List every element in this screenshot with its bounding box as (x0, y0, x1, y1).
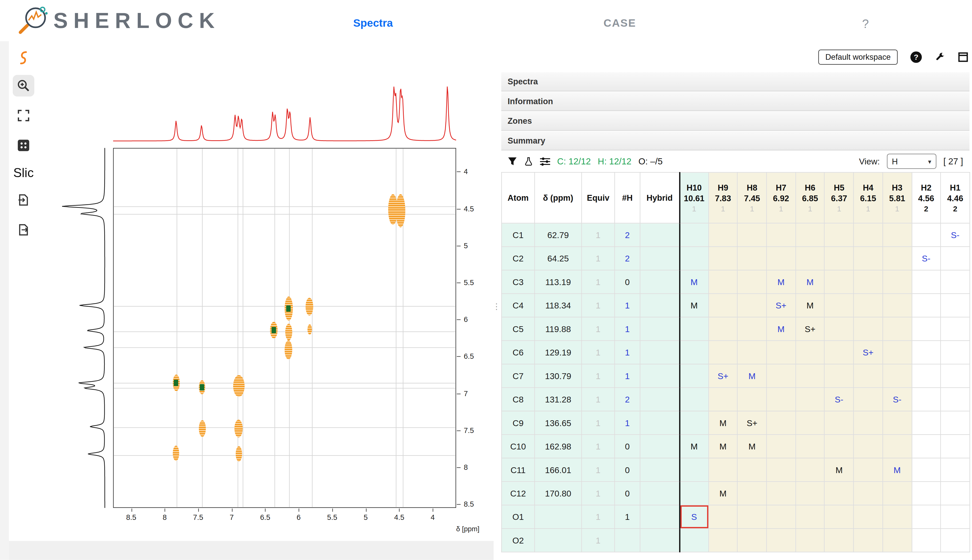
atom-cell[interactable]: C2 (502, 247, 535, 270)
correlation-cell-o2-h2[interactable] (912, 528, 941, 552)
correlation-cell-c9-h2[interactable] (912, 411, 941, 435)
hydrogen-count-cell[interactable]: 1 (615, 294, 640, 317)
correlation-cell-c5-h9[interactable] (708, 317, 738, 340)
correlation-cell-c11-h3[interactable]: M (882, 458, 912, 482)
correlation-cell-c4-h8[interactable] (738, 294, 767, 317)
correlation-cell-o1-h3[interactable] (882, 505, 912, 528)
hydrogen-count-cell[interactable]: 1 (615, 505, 640, 528)
hybrid-cell[interactable] (640, 528, 679, 552)
correlation-cell-o1-h7[interactable] (767, 505, 795, 528)
shift-cell[interactable]: 130.79 (535, 364, 582, 387)
correlation-cell-c5-h5[interactable] (825, 317, 853, 340)
shift-cell[interactable]: 118.34 (535, 294, 582, 317)
correlation-cell-c6-h7[interactable] (767, 341, 795, 364)
correlation-cell-c9-h5[interactable] (825, 411, 853, 435)
grid-tool-button[interactable] (13, 135, 34, 156)
correlation-cell-c3-h7[interactable]: M (767, 270, 795, 293)
correlation-cell-c11-h4[interactable] (853, 458, 882, 482)
correlation-cell-c5-h8[interactable] (738, 317, 767, 340)
tab-help[interactable]: ? (862, 17, 869, 31)
atom-cell[interactable]: C5 (502, 317, 535, 340)
correlation-cell-c8-h3[interactable]: S- (882, 387, 912, 411)
equiv-cell[interactable]: 1 (582, 247, 615, 270)
correlation-cell-c1-h7[interactable] (767, 223, 795, 247)
view-select[interactable]: H ▾ (887, 154, 936, 169)
correlation-cell-c3-h3[interactable] (882, 270, 912, 293)
hydrogen-count-cell[interactable]: 1 (615, 411, 640, 435)
equiv-cell[interactable]: 1 (582, 387, 615, 411)
correlation-cell-c2-h10[interactable] (679, 247, 708, 270)
cross-peak[interactable] (285, 324, 292, 340)
column-header-h7[interactable]: H76.921 (767, 172, 795, 223)
cross-peak[interactable] (285, 340, 292, 359)
column-header-h6[interactable]: H66.851 (795, 172, 825, 223)
correlation-cell-c2-h3[interactable] (882, 247, 912, 270)
equiv-cell[interactable]: 1 (582, 341, 615, 364)
correlation-cell-c7-h5[interactable] (825, 364, 853, 387)
equiv-cell[interactable]: 1 (582, 294, 615, 317)
correlation-cell-c11-h1[interactable] (941, 458, 970, 482)
correlation-cell-c4-h6[interactable]: M (795, 294, 825, 317)
hybrid-cell[interactable] (640, 364, 679, 387)
correlation-cell-c4-h3[interactable] (882, 294, 912, 317)
correlation-cell-c8-h5[interactable]: S- (825, 387, 853, 411)
correlation-cell-c9-h9[interactable]: M (708, 411, 738, 435)
correlation-cell-c2-h8[interactable] (738, 247, 767, 270)
wrench-icon[interactable] (935, 52, 945, 63)
hybrid-cell[interactable] (640, 435, 679, 458)
correlation-cell-c1-h6[interactable] (795, 223, 825, 247)
correlation-cell-c12-h1[interactable] (941, 482, 970, 505)
shift-cell[interactable]: 62.79 (535, 223, 582, 247)
hybrid-cell[interactable] (640, 505, 679, 528)
shift-cell[interactable]: 170.80 (535, 482, 582, 505)
correlation-cell-c3-h5[interactable] (825, 270, 853, 293)
correlation-cell-c7-h7[interactable] (767, 364, 795, 387)
cross-peak[interactable] (307, 325, 311, 335)
correlation-cell-o1-h2[interactable] (912, 505, 941, 528)
correlation-cell-c1-h9[interactable] (708, 223, 738, 247)
zoom-in-tool-button[interactable] (13, 75, 34, 97)
correlation-cell-c7-h2[interactable] (912, 364, 941, 387)
tab-spectra[interactable]: Spectra (353, 17, 393, 30)
shift-cell[interactable] (535, 505, 582, 528)
accordion-section-spectra[interactable]: Spectra (501, 72, 969, 91)
hybrid-cell[interactable] (640, 223, 679, 247)
equiv-cell[interactable]: 1 (582, 223, 615, 247)
correlation-cell-c12-h3[interactable] (882, 482, 912, 505)
correlation-cell-c9-h1[interactable] (941, 411, 970, 435)
cross-peak[interactable] (284, 296, 293, 320)
correlation-cell-c3-h2[interactable] (912, 270, 941, 293)
correlation-cell-c7-h3[interactable] (882, 364, 912, 387)
correlation-cell-c4-h1[interactable] (941, 294, 970, 317)
correlation-cell-c11-h7[interactable] (767, 458, 795, 482)
export-tool-button[interactable] (13, 219, 34, 241)
correlation-cell-c4-h4[interactable] (853, 294, 882, 317)
correlation-cell-c5-h4[interactable] (853, 317, 882, 340)
cross-peak[interactable] (306, 298, 313, 315)
atom-cell[interactable]: C9 (502, 411, 535, 435)
correlation-cell-c1-h10[interactable] (679, 223, 708, 247)
correlation-cell-c11-h10[interactable] (679, 458, 708, 482)
hybrid-cell[interactable] (640, 482, 679, 505)
correlation-cell-c12-h9[interactable]: M (708, 482, 738, 505)
correlation-cell-c8-h7[interactable] (767, 387, 795, 411)
tab-case[interactable]: CASE (604, 17, 636, 30)
hybrid-cell[interactable] (640, 458, 679, 482)
correlation-cell-c7-h4[interactable] (853, 364, 882, 387)
shift-cell[interactable]: 162.98 (535, 435, 582, 458)
cross-peak[interactable] (173, 375, 179, 391)
correlation-cell-c3-h6[interactable]: M (795, 270, 825, 293)
shift-cell[interactable]: 131.28 (535, 387, 582, 411)
correlation-cell-o2-h3[interactable] (882, 528, 912, 552)
correlation-cell-c6-h1[interactable] (941, 341, 970, 364)
correlation-cell-c11-h9[interactable] (708, 458, 738, 482)
correlation-cell-c10-h2[interactable] (912, 435, 941, 458)
cross-peak[interactable] (199, 380, 205, 394)
correlation-cell-c1-h8[interactable] (738, 223, 767, 247)
correlation-cell-c5-h10[interactable] (679, 317, 708, 340)
correlation-cell-c10-h5[interactable] (825, 435, 853, 458)
atom-cell[interactable]: C11 (502, 458, 535, 482)
shift-cell[interactable]: 136.65 (535, 411, 582, 435)
hydrogen-count-cell[interactable]: 2 (615, 223, 640, 247)
correlation-cell-o2-h8[interactable] (738, 528, 767, 552)
